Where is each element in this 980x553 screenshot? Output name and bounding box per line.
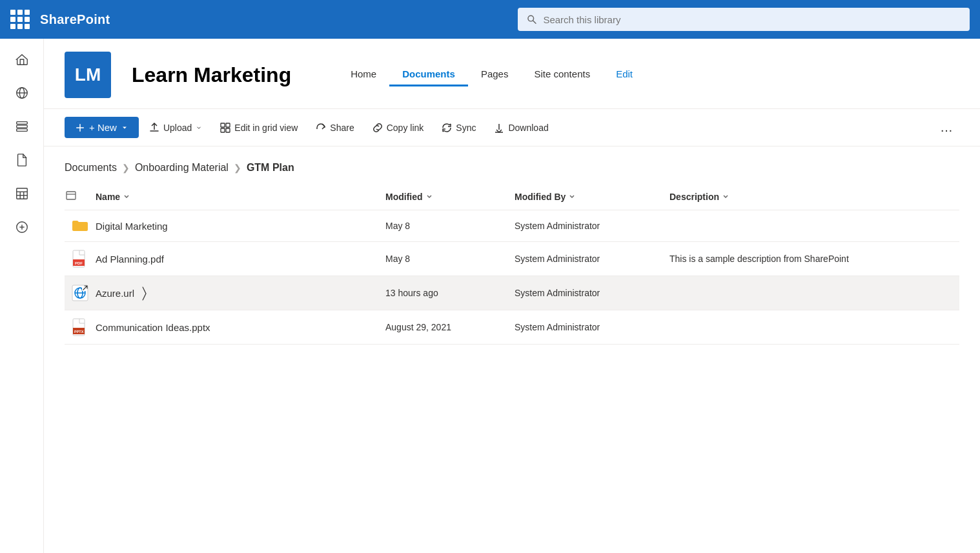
sidebar-item-home[interactable] [6,44,37,75]
edit-grid-button[interactable]: Edit in grid view [212,119,305,137]
copy-link-label: Copy link [387,123,424,133]
svg-rect-6 [16,125,27,128]
file-modified-by: System Administrator [515,254,669,264]
file-name: Azure.url 〉 [96,285,385,301]
file-name: Communication Ideas.pptx [96,322,385,333]
sync-button[interactable]: Sync [434,119,484,137]
more-options-button[interactable]: … [934,117,959,137]
sync-label: Sync [456,123,476,133]
svg-rect-7 [16,129,27,132]
search-icon [527,14,536,25]
sidebar-item-globe[interactable] [6,77,37,108]
col-modified-header[interactable]: Modified [385,192,515,202]
new-button[interactable]: + New [65,117,139,138]
svg-text:PPTX: PPTX [74,330,84,334]
download-button[interactable]: Download [486,119,556,137]
file-row[interactable]: Digital Marketing May 8 System Administr… [65,210,959,242]
svg-rect-5 [16,122,27,125]
link-icon [373,123,383,133]
file-icon-pdf: PDF [65,250,96,268]
file-icon-pptx: PPTX [65,318,96,336]
col-description-header[interactable]: Description [669,192,959,202]
toolbar: + New Upload [44,109,980,146]
breadcrumb-sep-2: ❯ [234,163,241,173]
file-modified-by: System Administrator [515,322,669,332]
nav-site-contents[interactable]: Site contents [521,63,603,86]
file-row[interactable]: PPTX Communication Ideas.pptx August 29,… [65,310,959,345]
download-label: Download [508,123,548,133]
app-launcher-button[interactable] [10,10,30,29]
file-list-header: Name Modified Modified By Description [65,184,959,210]
breadcrumb: Documents ❯ Onboarding Material ❯ GTM Pl… [44,146,980,184]
file-description: This is a sample description from ShareP… [669,254,959,264]
file-date: May 8 [385,221,515,231]
file-date: May 8 [385,254,515,264]
site-nav: Home Documents Pages Site contents Edit [338,63,646,86]
nav-documents[interactable]: Documents [389,63,468,86]
svg-rect-20 [66,192,76,199]
cursor-hand-icon: 〉 [142,285,147,301]
svg-line-1 [533,21,536,23]
share-button[interactable]: Share [308,119,362,137]
grid-icon [220,123,230,133]
file-row[interactable]: PDF Ad Planning.pdf May 8 System Adminis… [65,242,959,276]
chevron-down-icon [121,124,128,132]
breadcrumb-documents[interactable]: Documents [65,162,117,174]
plus-icon [75,123,85,133]
file-modified-by: System Administrator [515,221,669,231]
sidebar-item-list[interactable] [6,111,37,142]
share-icon [316,123,326,133]
file-date: 13 hours ago [385,288,515,298]
breadcrumb-current: GTM Plan [247,162,294,174]
svg-rect-17 [226,123,230,127]
nav-pages[interactable]: Pages [468,63,522,86]
nav-edit[interactable]: Edit [603,63,646,86]
svg-rect-16 [221,123,225,127]
main-content: LM Learn Marketing Home Documents Pages … [44,39,980,553]
main-layout: LM Learn Marketing Home Documents Pages … [0,39,980,553]
search-input[interactable] [543,14,961,25]
file-name: Ad Planning.pdf [96,254,385,265]
svg-rect-19 [226,128,230,132]
sidebar-item-table[interactable] [6,178,37,209]
upload-label: Upload [163,123,192,133]
download-icon [494,123,504,133]
edit-grid-label: Edit in grid view [234,123,298,133]
share-label: Share [330,123,354,133]
sharepoint-logo: SharePoint [40,12,110,27]
upload-icon [149,123,159,133]
search-bar[interactable] [518,8,970,31]
copy-link-button[interactable]: Copy link [365,119,432,137]
breadcrumb-sep-1: ❯ [122,163,130,173]
file-icon-folder [65,218,96,234]
upload-button[interactable]: Upload [141,119,210,137]
sidebar-item-document[interactable] [6,145,37,176]
site-title: Learn Marketing [132,63,291,87]
col-name-header[interactable]: Name [96,192,385,202]
nav-home[interactable]: Home [338,63,389,86]
sidebar [0,39,44,553]
file-date: August 29, 2021 [385,322,515,332]
breadcrumb-onboarding[interactable]: Onboarding Material [135,162,229,174]
file-row[interactable]: Azure.url 〉 13 hours ago System Administ… [65,276,959,310]
file-icon-url [65,284,96,302]
file-modified-by: System Administrator [515,288,669,298]
svg-text:PDF: PDF [75,261,83,265]
top-bar: SharePoint [0,0,980,39]
svg-rect-8 [16,188,27,199]
col-modified-by-header[interactable]: Modified By [515,192,669,202]
sidebar-item-add[interactable] [6,212,37,243]
sync-icon [442,123,452,133]
file-name: Digital Marketing [96,221,385,232]
svg-rect-18 [221,128,225,132]
upload-chevron-icon [196,125,202,131]
new-button-label: + New [89,122,117,133]
site-logo: LM [65,52,111,98]
col-icon [65,189,96,205]
file-list: Name Modified Modified By Description [44,184,980,345]
site-header: LM Learn Marketing Home Documents Pages … [44,39,980,109]
